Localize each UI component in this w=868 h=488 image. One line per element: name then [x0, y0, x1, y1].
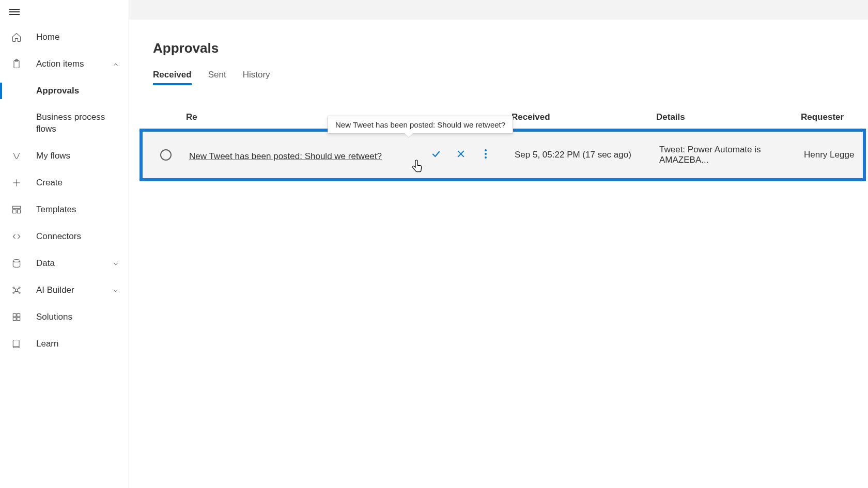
row-requester: Henry Legge: [804, 150, 863, 160]
sidebar-item-label: Data: [36, 258, 55, 269]
book-icon: [11, 339, 22, 349]
sidebar-item-bpf[interactable]: Business process flows: [0, 104, 129, 143]
sidebar-item-action-items[interactable]: Action items: [0, 51, 129, 77]
chevron-down-icon: [112, 287, 119, 294]
column-received[interactable]: Received: [512, 112, 656, 122]
tooltip: New Tweet has been posted: Should we ret…: [328, 116, 513, 134]
sidebar-item-my-flows[interactable]: My flows: [0, 143, 129, 169]
templates-icon: [11, 204, 22, 215]
sidebar-item-learn[interactable]: Learn: [0, 330, 129, 357]
sidebar-item-create[interactable]: Create: [0, 169, 129, 196]
svg-rect-20: [17, 318, 20, 321]
svg-line-15: [14, 291, 16, 293]
tabs: Received Sent History: [129, 70, 868, 85]
svg-point-7: [13, 259, 20, 262]
more-actions-icon[interactable]: [481, 149, 491, 159]
svg-rect-4: [13, 206, 21, 208]
sidebar-item-ai-builder[interactable]: AI Builder: [0, 277, 129, 304]
main-content: Approvals Received Sent History Re Recei…: [129, 0, 868, 488]
sidebar-item-label: Templates: [36, 204, 76, 215]
home-icon: [11, 32, 22, 42]
svg-line-14: [18, 288, 19, 290]
column-requester[interactable]: Requester: [801, 112, 868, 122]
svg-rect-19: [13, 318, 16, 321]
sidebar-item-label: My flows: [36, 151, 70, 161]
approve-icon[interactable]: [431, 149, 441, 159]
sidebar-item-label: Business process flows: [36, 112, 119, 135]
row-received: Sep 5, 05:22 PM (17 sec ago): [515, 150, 659, 160]
sidebar-item-solutions[interactable]: Solutions: [0, 304, 129, 330]
clipboard-icon: [11, 59, 22, 69]
tab-sent[interactable]: Sent: [208, 70, 226, 85]
sidebar-item-label: AI Builder: [36, 285, 74, 295]
sidebar-item-label: Approvals: [36, 86, 79, 96]
svg-line-13: [14, 288, 16, 290]
sidebar-item-label: Home: [36, 32, 59, 42]
svg-rect-18: [17, 313, 20, 317]
sidebar-item-approvals[interactable]: Approvals: [0, 77, 129, 104]
plus-icon: [11, 178, 22, 188]
sidebar-item-templates[interactable]: Templates: [0, 196, 129, 223]
sidebar-item-label: Learn: [36, 339, 58, 349]
sidebar: Home Action items Approvals Business pro…: [0, 0, 129, 488]
approval-request-link[interactable]: New Tweet has been posted: Should we ret…: [189, 151, 382, 161]
svg-rect-17: [13, 313, 16, 317]
sidebar-item-data[interactable]: Data: [0, 250, 129, 277]
hamburger-icon[interactable]: [9, 7, 20, 17]
sidebar-item-label: Solutions: [36, 312, 72, 322]
sidebar-item-label: Connectors: [36, 231, 81, 242]
highlight-frame: New Tweet has been posted: Should we ret…: [140, 129, 866, 181]
chevron-up-icon: [112, 60, 119, 68]
database-icon: [11, 258, 22, 269]
svg-rect-6: [18, 210, 21, 213]
svg-line-16: [18, 291, 19, 293]
connectors-icon: [11, 231, 22, 242]
svg-rect-5: [13, 210, 17, 213]
row-details: Tweet: Power Automate is AMAZEBA...: [659, 145, 804, 165]
table-row[interactable]: New Tweet has been posted: Should we ret…: [143, 132, 863, 178]
flow-icon: [11, 151, 22, 161]
sidebar-item-connectors[interactable]: Connectors: [0, 223, 129, 250]
sidebar-item-label: Create: [36, 178, 63, 188]
ai-icon: [11, 285, 22, 295]
page-title: Approvals: [129, 40, 868, 56]
row-select-checkbox[interactable]: [160, 149, 172, 161]
tab-history[interactable]: History: [243, 70, 270, 85]
sidebar-item-label: Action items: [36, 59, 84, 69]
solutions-icon: [11, 312, 22, 322]
chevron-down-icon: [112, 260, 119, 267]
reject-icon[interactable]: [456, 149, 466, 159]
tab-received[interactable]: Received: [153, 70, 192, 85]
sidebar-item-home[interactable]: Home: [0, 24, 129, 51]
column-details[interactable]: Details: [656, 112, 801, 122]
